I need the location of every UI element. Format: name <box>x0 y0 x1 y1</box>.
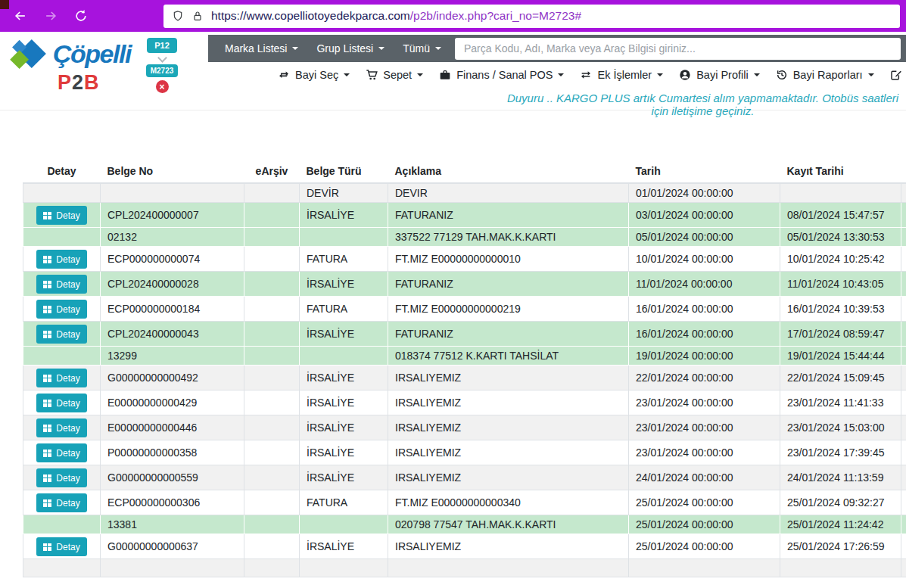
address-bar[interactable]: https://www.copelliotoyedekparca.com/p2b… <box>163 5 900 28</box>
table-row: DetayCPL202400000028İRSALİYEFATURANIZ11/… <box>23 272 906 297</box>
belge-no-cell: 02132 <box>101 228 244 247</box>
kayit-tarihi-cell: 23/01/2024 17:39:45 <box>780 440 901 465</box>
copelli-logo-icon <box>9 38 48 70</box>
tumu-dropdown[interactable]: Tümü <box>394 35 450 62</box>
tarih-cell: 24/01/2024 00:00:00 <box>629 465 780 490</box>
forward-button[interactable] <box>41 6 61 26</box>
aciklama-cell: FATURANIZ <box>388 203 629 228</box>
belge-no-cell: G00000000000637 <box>101 534 244 559</box>
table-row: 02132337522 77129 TAH.MAK.K.KARTI05/01/2… <box>23 228 906 247</box>
search-input[interactable] <box>455 38 901 60</box>
tarih-cell <box>629 559 780 577</box>
menu-bayi-sec[interactable]: Bayi Seç <box>278 69 350 81</box>
menu-ajandam[interactable]: Ajandam <box>890 69 906 81</box>
aciklama-cell: 018374 77512 K.KARTI TAHSİLAT <box>388 347 629 366</box>
detay-button[interactable]: Detay <box>36 369 86 387</box>
menu-finans-sanal-pos[interactable]: Finans / Sanal POS <box>439 69 564 81</box>
menu-bayi-profili[interactable]: Bayi Profili <box>679 69 760 81</box>
earsiv-cell <box>244 490 300 515</box>
belge-turu-cell: İRSALİYE <box>300 534 388 559</box>
earsiv-cell <box>244 183 300 203</box>
col-header-kayit-tarihi: Kayıt Tarihi <box>780 161 901 183</box>
table-row: DetayECP000000000074FATURAFT.MIZ E000000… <box>23 247 906 272</box>
belge-turu-cell: İRSALİYE <box>300 415 388 440</box>
badge-m2723[interactable]: M2723 <box>146 64 179 77</box>
earsiv-cell <box>244 515 300 534</box>
detay-button[interactable]: Detay <box>36 443 86 462</box>
table-grid-icon <box>43 306 51 313</box>
belge-turu-cell <box>300 228 388 247</box>
aciklama-cell: FATURANIZ <box>388 322 629 347</box>
detay-button-label: Detay <box>56 542 79 552</box>
caret-down-icon <box>558 73 564 76</box>
detay-button[interactable]: Detay <box>36 275 86 294</box>
detay-cell: Detay <box>23 534 101 559</box>
detay-cell: Detay <box>23 390 101 415</box>
menu-bayi-raporlari[interactable]: Bayi Raporları <box>776 69 874 81</box>
tarih-cell: 11/01/2024 00:00:00 <box>629 272 780 297</box>
extra-cell <box>901 247 906 272</box>
shield-icon <box>172 10 184 22</box>
table-row: DetayP00000000000358İRSALİYEIRSALIYEMIZ2… <box>23 440 906 465</box>
detay-cell <box>23 347 101 366</box>
lock-icon <box>191 10 204 22</box>
aciklama-cell <box>388 559 629 577</box>
refresh-button[interactable] <box>71 6 91 26</box>
belge-no-cell: G00000000000492 <box>101 366 244 390</box>
earsiv-cell <box>244 390 300 415</box>
col-header-belge-no: Belge No <box>101 161 244 183</box>
detay-button[interactable]: Detay <box>36 325 86 344</box>
tarih-cell: 23/01/2024 00:00:00 <box>629 440 780 465</box>
aciklama-cell: FT.MIZ E00000000000340 <box>388 490 629 515</box>
detay-button[interactable]: Detay <box>36 300 86 319</box>
detay-button[interactable]: Detay <box>36 493 86 512</box>
earsiv-cell <box>244 347 300 366</box>
earsiv-cell <box>244 228 300 247</box>
aciklama-cell: IRSALIYEMIZ <box>388 366 629 390</box>
back-button[interactable] <box>11 6 30 26</box>
kayit-tarihi-cell: 23/01/2024 11:41:33 <box>780 390 901 415</box>
belge-turu-cell: İRSALİYE <box>300 366 388 390</box>
badge-p12[interactable]: P12 <box>147 38 177 53</box>
detay-cell <box>23 515 101 534</box>
belge-turu-cell: İRSALİYE <box>300 465 388 490</box>
extra-cell <box>901 390 906 415</box>
aciklama-cell: IRSALIYEMIZ <box>388 440 629 465</box>
caret-down-icon <box>344 73 350 76</box>
aciklama-cell: DEVIR <box>388 183 629 203</box>
belge-turu-cell <box>300 347 388 366</box>
caret-down-icon <box>417 73 423 76</box>
earsiv-cell <box>244 203 300 228</box>
table-grid-icon <box>43 543 51 551</box>
extra-cell <box>901 228 906 247</box>
table-row: 13381020798 77547 TAH.MAK.K.KARTI25/01/2… <box>23 515 906 534</box>
detay-button[interactable]: Detay <box>36 394 86 412</box>
detay-cell <box>23 559 101 577</box>
belge-no-cell: 13299 <box>101 347 244 366</box>
kayit-tarihi-cell: 25/01/2024 09:32:27 <box>780 490 901 515</box>
col-header-aciklama: Açıklama <box>388 161 629 183</box>
tarih-cell: 16/01/2024 00:00:00 <box>629 322 780 347</box>
swap-arrows-icon <box>278 69 290 81</box>
caret-down-icon <box>435 47 441 50</box>
detay-cell: Detay <box>23 203 101 228</box>
kayit-tarihi-cell: 08/01/2024 15:47:57 <box>780 203 901 228</box>
menu-ek-islemler[interactable]: Ek İşlemler <box>580 69 663 81</box>
marka-listesi-dropdown[interactable]: Marka Listesi <box>216 35 307 62</box>
header-right-zone: Marka Listesi Grup Listesi Tümü Bayi Seç… <box>208 35 906 122</box>
col-header-belge-turu: Belge Türü <box>300 161 388 183</box>
aciklama-cell: 337522 77129 TAH.MAK.K.KARTI <box>388 228 629 247</box>
aciklama-cell: IRSALIYEMIZ <box>388 534 629 559</box>
detay-button-label: Detay <box>56 498 79 509</box>
detay-button[interactable]: Detay <box>36 250 86 269</box>
detay-button[interactable]: Detay <box>36 206 86 225</box>
belge-no-cell: G00000000000559 <box>101 465 244 490</box>
menu-sepet[interactable]: Sepet <box>366 69 423 81</box>
detay-button[interactable]: Detay <box>36 537 86 556</box>
detay-button[interactable]: Detay <box>36 468 86 487</box>
table-row: DetayECP000000000184FATURAFT.MIZ E000000… <box>23 297 906 322</box>
detay-button-label: Detay <box>56 210 79 221</box>
detay-button[interactable]: Detay <box>36 418 86 437</box>
clear-account-button[interactable]: × <box>156 80 169 93</box>
grup-listesi-dropdown[interactable]: Grup Listesi <box>307 35 394 62</box>
